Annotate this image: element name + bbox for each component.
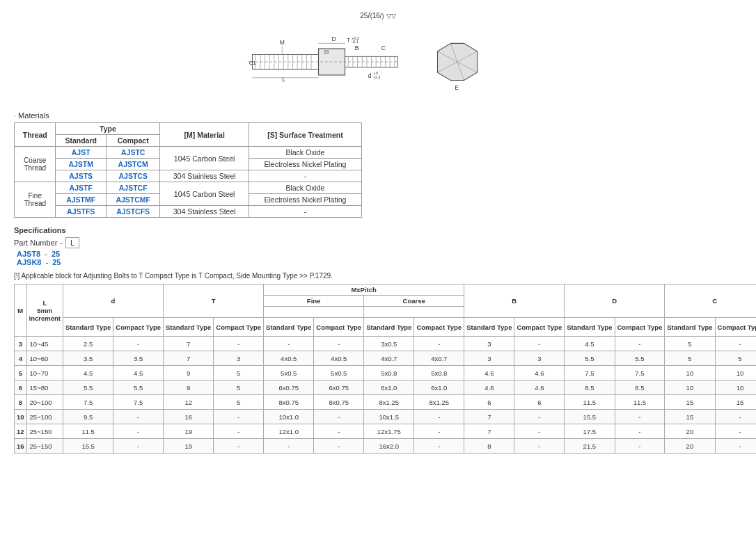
table-row: 1225~15011.5-19-12x1.0-12x1.75-7-17.5-20… — [15, 424, 757, 439]
cell-value: - — [113, 424, 164, 439]
cell-value: 12 — [164, 395, 214, 410]
ajst8-name[interactable]: AJST8 — [17, 250, 40, 258]
t-cmp-header: Compact Type — [214, 318, 264, 337]
cell-value: 5x0.5 — [314, 366, 364, 380]
fine-sub — [264, 307, 364, 318]
cell-value: - — [264, 439, 314, 454]
l-value: 10~70 — [26, 366, 63, 380]
cell-value: 8x1.25 — [414, 395, 464, 410]
cell-value: 7.5 — [565, 366, 615, 380]
fine-cmp-header: Compact Type — [314, 318, 364, 337]
svg-text:L: L — [282, 76, 285, 83]
cell-value: 15 — [715, 395, 756, 410]
ajstf-link[interactable]: AJSTF — [70, 184, 93, 192]
ajstcf-link[interactable]: AJSTCF — [119, 184, 148, 192]
t-std-header: Standard Type — [164, 318, 214, 337]
cell-value: 6 — [464, 395, 514, 410]
l-value: 10~60 — [26, 351, 63, 366]
cell-value: - — [314, 337, 364, 351]
cell-value: - — [615, 337, 665, 351]
cell-value: 16x2.0 — [364, 439, 414, 454]
ajstc-link[interactable]: AJSTC — [121, 148, 145, 157]
t-col-header: T — [164, 284, 264, 318]
D-std-header: Standard Type — [565, 318, 615, 337]
cell-value: 4.5 — [113, 366, 164, 380]
cell-value: - — [615, 410, 665, 424]
svg-text:D: D — [332, 35, 336, 42]
ajstcm-link[interactable]: AJSTCM — [118, 160, 148, 168]
ajstfs-link[interactable]: AJSTFS — [67, 207, 95, 216]
fine-header: Fine — [264, 296, 364, 307]
cell-value: - — [414, 424, 464, 439]
cell-value: 10x1.5 — [364, 410, 414, 424]
cell-value: 11.5 — [615, 395, 665, 410]
cell-value: 5x0.5 — [264, 366, 314, 380]
l-value: 25~150 — [26, 439, 63, 454]
coarse-sub — [364, 307, 464, 318]
cell-value: - — [414, 439, 464, 454]
cell-value: 6x0.75 — [264, 380, 314, 395]
table-row: 410~603.53.5734x0.54x0.54x0.74x0.7335.55… — [15, 351, 757, 366]
thread-header: Thread — [15, 123, 56, 147]
cell-value: 5.5 — [63, 380, 113, 395]
ajst-link[interactable]: AJST — [72, 148, 90, 157]
fine-thread-label: FineThread — [15, 182, 56, 218]
cell-value: 7 — [164, 351, 214, 366]
cell-value: 15.5 — [565, 410, 615, 424]
table-row: 1025~1009.5-16-10x1.0-10x1.5-7-15.5-15-1… — [15, 410, 757, 424]
b-std-header: Standard Type — [464, 318, 514, 337]
cell-value: 3 — [214, 351, 264, 366]
cell-value: - — [113, 337, 164, 351]
header-row-1: M L5mmIncrement d T MxPitch B D C E 1045… — [15, 284, 757, 296]
carbon-steel-1: 1045 Carbon Steel — [160, 147, 249, 170]
cell-value: 4.6 — [514, 380, 565, 395]
mxpitch-header: MxPitch — [264, 284, 464, 296]
ajsts-link[interactable]: AJSTS — [69, 172, 93, 180]
standard-header: Standard — [56, 135, 106, 147]
cell-value: 19 — [164, 424, 214, 439]
ajstcs-link[interactable]: AJSTCS — [118, 172, 147, 180]
ajstcfs-link[interactable]: AJSTCFS — [116, 207, 150, 216]
cell-value: 4x0.5 — [264, 351, 314, 366]
cell-value: 10 — [715, 366, 756, 380]
coarse-std-header: Standard Type — [364, 318, 414, 337]
ajstcmf-link[interactable]: AJSTCMF — [116, 195, 150, 204]
svg-text:M: M — [280, 39, 285, 46]
cell-value: 4x0.5 — [314, 351, 364, 366]
cell-value: 16 — [164, 410, 214, 424]
m-value: 10 — [15, 410, 27, 424]
technical-drawing: M D B T +0.2 -0.1 C d +0 -0.3 L C1 — [246, 23, 510, 99]
d2-col-header: D — [565, 284, 665, 318]
svg-text:E: E — [455, 84, 459, 91]
cell-value: 5.5 — [565, 351, 615, 366]
cell-value: 8x1.25 — [364, 395, 414, 410]
part-number-row: Part Number - L — [14, 237, 742, 248]
m-value: 5 — [15, 366, 27, 380]
black-oxide-2: Black Oxide — [249, 182, 361, 194]
ajsk8-dash: - — [45, 258, 48, 266]
d-std-header: Standard Type — [63, 318, 113, 337]
c-std-header: Standard Type — [665, 318, 715, 337]
cell-value: - — [514, 439, 565, 454]
enp-1: Electroless Nickel Plating — [249, 159, 361, 170]
cell-value: - — [314, 410, 364, 424]
m-col-header: M — [15, 284, 27, 337]
ajstmf-link[interactable]: AJSTMF — [66, 195, 95, 204]
cell-value: 5 — [665, 351, 715, 366]
svg-text:16: 16 — [324, 49, 329, 54]
cell-value: 11.5 — [63, 424, 113, 439]
cell-value: 3 — [514, 351, 565, 366]
c-col-header: C — [665, 284, 756, 318]
cell-value: 4.5 — [63, 366, 113, 380]
fine-std-header: Standard Type — [264, 318, 314, 337]
ajsk8-name[interactable]: AJSK8 — [17, 258, 41, 266]
cell-value: 4x0.7 — [364, 351, 414, 366]
dash-2: - — [249, 206, 361, 218]
materials-table: Thread Type [M] Material [S] Surface Tre… — [14, 122, 362, 218]
cell-value: - — [715, 410, 756, 424]
cell-value: 6x0.75 — [314, 380, 364, 395]
ajst8-dash: - — [45, 250, 47, 258]
m-value: 4 — [15, 351, 27, 366]
specs-section: Specifications Part Number - L AJST8 - 2… — [14, 226, 742, 266]
ajstm-link[interactable]: AJSTM — [68, 160, 93, 168]
